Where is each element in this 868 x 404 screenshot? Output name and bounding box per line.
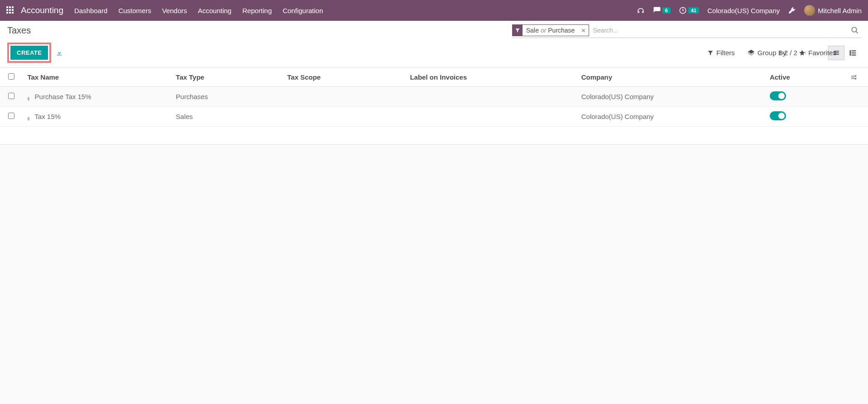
search-bar[interactable]: Sale or Purchase ✕ [512,24,861,38]
col-company[interactable]: Company [577,68,765,87]
user-menu[interactable]: Mitchell Admin [804,5,862,16]
download-icon[interactable] [56,49,63,57]
user-name: Mitchell Admin [818,7,862,14]
cell-tax-name: Purchase Tax 15% [35,93,91,100]
cell-label-invoices [405,107,576,127]
search-icon[interactable] [849,26,861,34]
clock-icon[interactable]: 41 [679,6,699,14]
apps-icon[interactable] [6,6,14,14]
filter-icon [513,25,523,36]
nav-configuration[interactable]: Configuration [283,7,323,14]
drag-handle-icon[interactable]: ▴▾ [27,116,30,121]
tools-icon[interactable] [788,6,796,14]
table-row[interactable]: ▴▾ Purchase Tax 15% Purchases Colorado(U… [0,87,868,107]
nav-links: Dashboard Customers Vendors Accounting R… [74,7,323,14]
cell-company: Colorado(US) Company [577,107,765,127]
select-all-checkbox[interactable] [8,73,14,80]
cell-tax-scope [283,107,405,127]
chat-badge: 6 [662,7,671,14]
company-switcher[interactable]: Colorado(US) Company [707,7,780,14]
taxes-table: Tax Name Tax Type Tax Scope Label on Inv… [0,68,868,127]
filters-button[interactable]: Filters [707,49,735,57]
svg-point-1 [852,27,857,32]
cell-tax-type: Sales [171,107,283,127]
avatar [804,5,815,16]
control-panel: Taxes Sale or Purchase ✕ CREATE [0,21,868,68]
cell-label-invoices [405,87,576,107]
table-row[interactable]: ▴▾ Tax 15% Sales Colorado(US) Company [0,107,868,127]
svg-rect-6 [852,50,856,52]
col-tax-name[interactable]: Tax Name [23,68,171,87]
svg-point-9 [855,75,856,76]
cell-tax-name: Tax 15% [34,113,61,120]
svg-rect-5 [849,50,851,56]
nav-vendors[interactable]: Vendors [162,7,187,14]
chat-icon[interactable]: 6 [653,6,671,14]
top-nav: Accounting Dashboard Customers Vendors A… [0,0,868,21]
groupby-button[interactable]: Group By [748,49,786,57]
facet-text: Sale or Purchase [523,27,578,34]
search-facet: Sale or Purchase ✕ [512,24,589,36]
svg-rect-8 [852,54,856,56]
search-toolbar: Filters Group By Favorites [358,49,836,57]
support-icon[interactable] [637,6,645,14]
table-footer-gap [0,127,868,145]
svg-rect-7 [852,52,856,53]
col-label-invoices[interactable]: Label on Invoices [405,68,576,87]
svg-point-10 [855,78,856,79]
drag-handle-icon[interactable]: ▴▾ [27,96,30,101]
favorites-button[interactable]: Favorites [799,49,836,57]
create-highlight: CREATE [7,43,51,63]
clock-badge: 41 [688,7,699,14]
table-body: ▴▾ Purchase Tax 15% Purchases Colorado(U… [0,87,868,127]
page-title: Taxes [7,24,512,36]
nav-customers[interactable]: Customers [118,7,151,14]
active-toggle[interactable] [770,91,786,100]
active-toggle[interactable] [770,111,786,120]
col-options-icon[interactable] [845,68,868,87]
nav-dashboard[interactable]: Dashboard [74,7,107,14]
col-tax-scope[interactable]: Tax Scope [283,68,405,87]
create-button[interactable]: CREATE [10,46,48,60]
row-checkbox[interactable] [8,93,14,99]
search-input[interactable] [589,25,849,36]
nav-right: 6 41 Colorado(US) Company Mitchell Admin [637,5,862,16]
facet-close-icon[interactable]: ✕ [578,27,589,34]
nav-reporting[interactable]: Reporting [242,7,272,14]
nav-accounting[interactable]: Accounting [198,7,231,14]
cell-company: Colorado(US) Company [577,87,765,107]
col-tax-type[interactable]: Tax Type [171,68,283,87]
col-active[interactable]: Active [765,68,845,87]
kanban-view-icon[interactable] [844,46,861,60]
row-checkbox[interactable] [8,113,14,119]
app-brand[interactable]: Accounting [21,5,63,15]
cell-tax-type: Purchases [171,87,283,107]
cell-tax-scope [283,87,405,107]
